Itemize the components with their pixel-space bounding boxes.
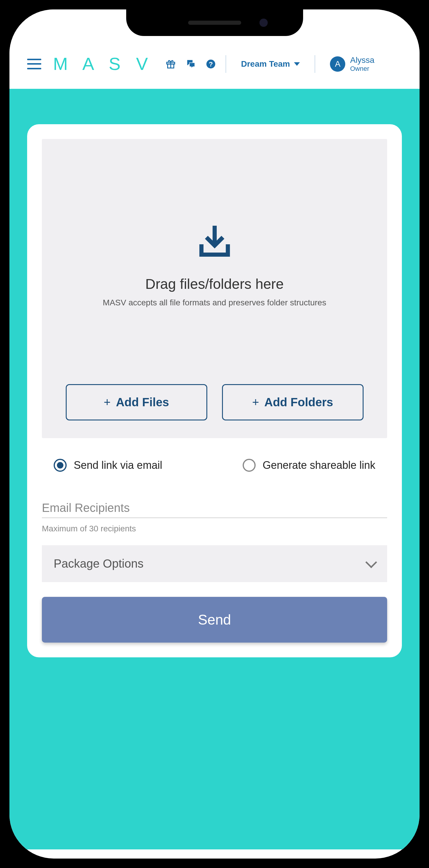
gift-icon[interactable] bbox=[165, 58, 176, 70]
team-name: Dream Team bbox=[241, 59, 290, 69]
phone-speaker bbox=[188, 21, 241, 25]
upload-card: Drag files/folders here MASV accepts all… bbox=[27, 124, 402, 657]
phone-side-button bbox=[0, 212, 2, 272]
avatar: A bbox=[330, 56, 345, 72]
email-recipients-label: Email Recipients bbox=[42, 501, 387, 515]
help-icon[interactable]: ? bbox=[205, 58, 217, 70]
topbar-icons: ? bbox=[165, 58, 217, 70]
user-menu[interactable]: A Alyssa Owner bbox=[324, 56, 374, 72]
menu-icon[interactable] bbox=[27, 59, 41, 69]
radio-icon bbox=[54, 459, 67, 472]
svg-text:?: ? bbox=[209, 60, 213, 68]
add-folders-label: Add Folders bbox=[264, 396, 333, 409]
recipients-hint: Maximum of 30 recipients bbox=[42, 524, 387, 533]
radio-generate-link[interactable]: Generate shareable link bbox=[243, 459, 375, 472]
user-name: Alyssa bbox=[350, 56, 374, 65]
share-mode-options: Send link via email Generate shareable l… bbox=[42, 438, 387, 490]
send-button[interactable]: Send bbox=[42, 597, 387, 643]
package-options-dropdown[interactable]: Package Options bbox=[42, 545, 387, 582]
add-files-label: Add Files bbox=[116, 396, 169, 409]
radio-label: Send link via email bbox=[74, 459, 162, 471]
add-folders-button[interactable]: + Add Folders bbox=[222, 384, 364, 421]
package-options-label: Package Options bbox=[54, 557, 143, 570]
chevron-down-icon bbox=[294, 62, 300, 66]
radio-send-email[interactable]: Send link via email bbox=[54, 459, 162, 472]
dropzone-title: Drag files/folders here bbox=[54, 276, 375, 292]
chat-icon[interactable] bbox=[185, 58, 197, 70]
phone-side-button bbox=[0, 159, 2, 192]
phone-side-button bbox=[0, 286, 2, 345]
phone-camera bbox=[260, 19, 268, 27]
divider bbox=[226, 55, 226, 73]
user-role: Owner bbox=[350, 65, 374, 72]
radio-label: Generate shareable link bbox=[263, 459, 375, 471]
team-selector[interactable]: Dream Team bbox=[235, 59, 306, 69]
phone-frame: M A S V ? Dream Team A bbox=[0, 0, 429, 868]
radio-icon bbox=[243, 459, 256, 472]
divider bbox=[315, 55, 315, 73]
phone-screen: M A S V ? Dream Team A bbox=[9, 9, 420, 859]
email-recipients-input[interactable]: Email Recipients bbox=[42, 501, 387, 518]
dropzone-subtitle: MASV accepts all file formats and preser… bbox=[54, 298, 375, 307]
brand-logo: M A S V bbox=[50, 54, 156, 74]
phone-notch bbox=[126, 9, 303, 36]
dropzone[interactable]: Drag files/folders here MASV accepts all… bbox=[42, 139, 387, 438]
phone-side-button bbox=[427, 230, 429, 324]
content-area: Drag files/folders here MASV accepts all… bbox=[9, 89, 420, 849]
plus-icon: + bbox=[252, 396, 259, 409]
chevron-down-icon bbox=[365, 556, 377, 568]
add-files-button[interactable]: + Add Files bbox=[66, 384, 207, 421]
download-icon bbox=[194, 222, 235, 263]
plus-icon: + bbox=[104, 396, 110, 409]
